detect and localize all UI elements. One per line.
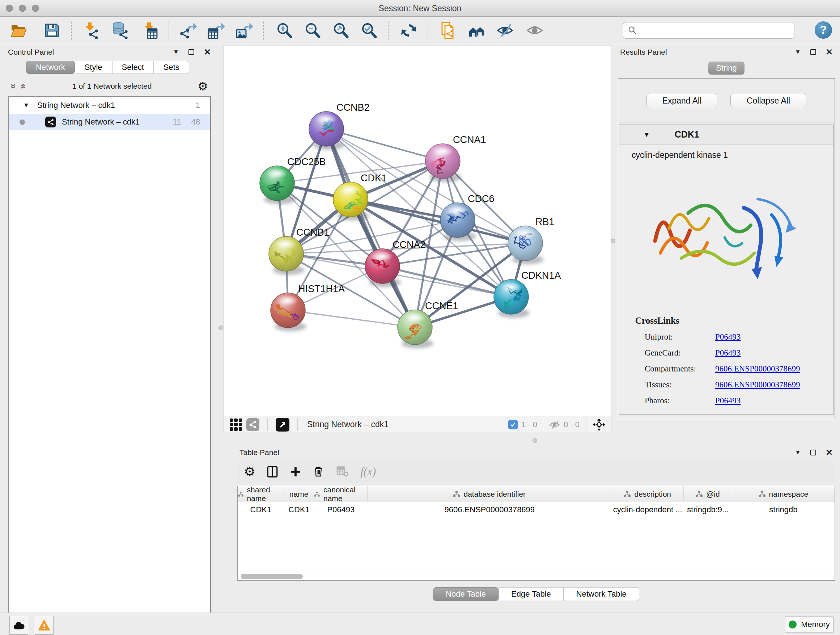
horizontal-splitter-handle[interactable] xyxy=(532,438,537,443)
cloud-status-button[interactable] xyxy=(9,616,28,635)
import-network-from-database-button[interactable] xyxy=(111,21,129,40)
zoom-fit-icon xyxy=(332,22,349,39)
panel-close-icon[interactable]: ✕ xyxy=(826,49,833,55)
tab-sets[interactable]: Sets xyxy=(154,61,189,74)
column-header-id[interactable]: @id xyxy=(684,486,732,502)
tab-select[interactable]: Select xyxy=(112,61,154,74)
panel-float-icon[interactable] xyxy=(810,49,816,55)
column-header-database-identifier[interactable]: database identifier xyxy=(368,486,611,502)
panel-menu-icon[interactable]: ▼ xyxy=(795,49,801,56)
panel-close-icon[interactable]: ✕ xyxy=(204,49,211,55)
crosslink-value-link[interactable]: 9606.ENSP00000378699 xyxy=(715,380,800,390)
right-splitter-handle[interactable] xyxy=(611,239,615,243)
clone-network-button[interactable] xyxy=(439,21,458,40)
birds-eye-view-icon[interactable] xyxy=(276,418,289,432)
selected-checkbox-icon[interactable] xyxy=(508,420,518,429)
tab-node-table[interactable]: Node Table xyxy=(433,587,499,601)
import-network-button[interactable] xyxy=(81,21,100,40)
delete-column-trash-icon[interactable] xyxy=(313,465,324,478)
collapse-all-button[interactable]: Collapse All xyxy=(730,93,806,108)
column-header-namespace[interactable]: namespace xyxy=(732,486,835,502)
network-edge[interactable] xyxy=(382,266,511,297)
export-network-button[interactable] xyxy=(179,21,197,40)
cell-shared-name[interactable]: CDK1 xyxy=(238,502,284,517)
network-row[interactable]: String Network – cdk1 11 48 xyxy=(9,114,210,130)
network-node-HIST1H1A[interactable]: HIST1H1A xyxy=(271,283,345,331)
tab-string[interactable]: String xyxy=(708,62,745,74)
horizontal-scrollbar[interactable] xyxy=(238,572,835,580)
network-edge-count: 48 xyxy=(191,117,210,127)
warnings-button[interactable] xyxy=(35,616,54,635)
panel-float-icon[interactable] xyxy=(188,49,194,55)
refresh-layout-button[interactable] xyxy=(399,21,418,40)
table-row[interactable]: CDK1 CDK1 P06493 9606.ENSP00000378699 cy… xyxy=(238,502,835,517)
export-image-button[interactable] xyxy=(235,21,254,40)
show-columns-icon[interactable] xyxy=(266,465,279,478)
network-node-RB1[interactable]: RB1 xyxy=(508,217,554,264)
panel-menu-icon[interactable]: ▼ xyxy=(173,49,179,56)
panel-menu-icon[interactable]: ▼ xyxy=(795,449,801,456)
crosslink-value-link[interactable]: 9606.ENSP00000378699 xyxy=(715,364,800,374)
save-session-button[interactable] xyxy=(43,21,62,40)
first-neighbors-button[interactable] xyxy=(467,21,486,40)
collapse-triangle-icon[interactable]: ▼ xyxy=(23,102,29,109)
left-splitter-handle[interactable] xyxy=(218,325,223,330)
column-header-canonical-name[interactable]: canonical name xyxy=(314,486,368,502)
create-column-plus-icon[interactable] xyxy=(289,466,302,478)
search-input[interactable] xyxy=(641,26,790,35)
cell-name[interactable]: CDK1 xyxy=(284,502,314,517)
network-canvas[interactable]: CCNB2CCNA1CDC25BCDK1CDC6RB1CCNB1CCNA2CDK… xyxy=(224,46,611,416)
network-share-icon[interactable] xyxy=(246,418,259,431)
zoom-in-button[interactable] xyxy=(275,21,294,40)
refresh-icon xyxy=(400,22,417,39)
column-header-name[interactable]: name xyxy=(284,486,314,502)
panel-close-icon[interactable]: ✕ xyxy=(826,450,833,455)
crosslink-value-link[interactable]: P06493 xyxy=(715,396,741,405)
tab-network[interactable]: Network xyxy=(26,61,75,74)
cell-database-identifier[interactable]: 9606.ENSP00000378699 xyxy=(368,502,611,517)
zoom-selected-button[interactable] xyxy=(360,21,378,40)
column-header-shared-name[interactable]: shared name xyxy=(238,486,284,502)
memory-button[interactable]: Memory xyxy=(785,616,834,632)
search-box[interactable] xyxy=(623,22,794,39)
cell-canonical-name[interactable]: P06493 xyxy=(314,502,368,517)
network-node-CCNB2[interactable]: CCNB2 xyxy=(309,102,370,150)
expand-all-button[interactable]: Expand All xyxy=(646,93,717,108)
crosslink-value-link[interactable]: P06493 xyxy=(715,348,741,358)
zoom-fit-button[interactable] xyxy=(332,21,350,40)
export-table-button[interactable] xyxy=(207,21,226,40)
grid-view-icon[interactable] xyxy=(230,418,242,431)
tab-style[interactable]: Style xyxy=(75,61,112,74)
expand-all-networks-icon[interactable]: » xyxy=(8,84,19,89)
fit-content-crosshair-icon[interactable] xyxy=(592,418,606,432)
network-collection-row[interactable]: ▼ String Network – cdk1 1 xyxy=(9,97,210,114)
tab-edge-table[interactable]: Edge Table xyxy=(499,587,564,601)
zoom-out-button[interactable] xyxy=(303,21,322,40)
gene-entry-header[interactable]: ▼ CDK1 xyxy=(619,125,834,144)
collapse-triangle-icon[interactable]: ▼ xyxy=(643,131,650,139)
network-options-gear-icon[interactable]: ⚙ xyxy=(197,79,208,93)
open-session-button[interactable] xyxy=(9,21,28,40)
network-node-CDK1[interactable]: CDK1 xyxy=(333,173,387,220)
cell-namespace[interactable]: stringdb xyxy=(732,502,835,517)
eye-slash-icon xyxy=(496,22,514,39)
network-node-CDKN1A[interactable]: CDKN1A xyxy=(494,270,561,318)
cell-description[interactable]: cyclin-dependent ... xyxy=(611,502,684,517)
main-toolbar: ? xyxy=(0,17,840,44)
collapse-all-networks-icon[interactable]: « xyxy=(18,84,29,89)
tab-network-table[interactable]: Network Table xyxy=(564,587,639,601)
help-button[interactable]: ? xyxy=(815,21,832,39)
scrollbar-thumb[interactable] xyxy=(240,574,303,579)
network-node-CCNA1[interactable]: CCNA1 xyxy=(425,134,486,182)
column-header-description[interactable]: description xyxy=(611,486,684,502)
import-table-button[interactable] xyxy=(141,21,159,40)
hide-selected-button[interactable] xyxy=(496,21,515,40)
panel-float-icon[interactable] xyxy=(810,450,816,455)
network-edge[interactable] xyxy=(288,310,415,327)
network-node-CDC25B[interactable]: CDC25B xyxy=(260,157,326,204)
show-all-button[interactable] xyxy=(525,21,544,40)
cell-id[interactable]: stringdb:9... xyxy=(684,502,732,517)
crosslink-value-link[interactable]: P06493 xyxy=(715,333,741,342)
network-node-CCNB1[interactable]: CCNB1 xyxy=(269,227,330,275)
table-options-gear-icon[interactable]: ⚙ xyxy=(244,464,256,479)
